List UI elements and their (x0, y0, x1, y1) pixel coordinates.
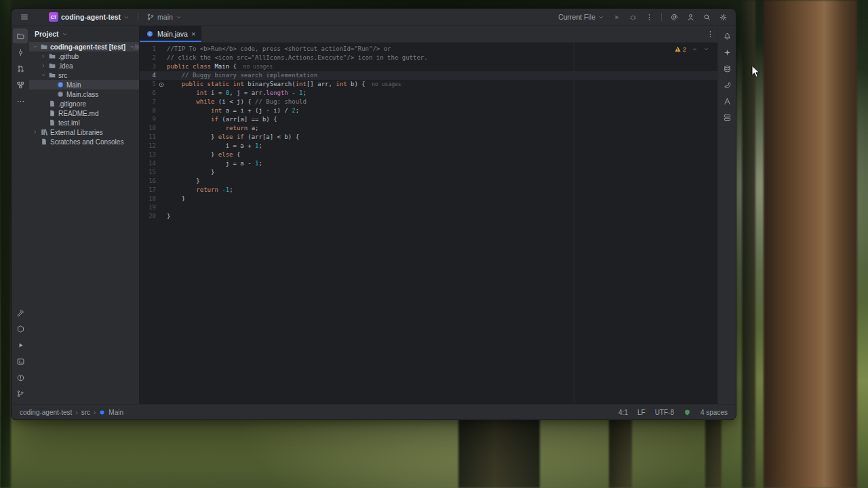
twisty-open-icon[interactable] (32, 44, 38, 49)
code-line[interactable]: 17 return -1; (140, 186, 717, 195)
ai-assistant-button[interactable] (719, 45, 734, 60)
line-number[interactable]: 14 (140, 159, 156, 168)
build-button[interactable] (13, 305, 28, 320)
twisty-closed-icon[interactable] (40, 54, 46, 59)
tree-item-github[interactable]: .github (29, 52, 139, 61)
run-configuration-widget[interactable]: Current File (555, 10, 608, 24)
breadcrumb-item-src[interactable]: src (81, 409, 90, 416)
line-number[interactable]: 1 (140, 45, 156, 54)
line-number[interactable]: 7 (140, 98, 156, 106)
code-line[interactable]: 13 } else { (140, 150, 717, 159)
code-line[interactable]: 8 int a = i + (j - i) / 2; (140, 106, 717, 115)
line-number[interactable]: 4 (140, 71, 156, 80)
project-button[interactable] (13, 28, 28, 43)
code-editor[interactable]: 2 1//TIP To <b>Run</b> code, press <shor… (140, 43, 717, 404)
tree-item-main-class[interactable]: CMain.class (29, 89, 139, 99)
tree-item-coding-agent-test-test[interactable]: coding-agent-test [test]~/repos (29, 42, 139, 52)
pull-requests-button[interactable] (13, 61, 28, 76)
line-number[interactable]: 9 (140, 115, 156, 124)
maven-button[interactable] (719, 94, 734, 108)
line-number[interactable]: 6 (140, 89, 156, 98)
tree-item-main[interactable]: CMain (29, 80, 139, 89)
commit-button[interactable] (13, 45, 28, 60)
line-separator-widget[interactable]: LF (637, 409, 646, 416)
settings-button[interactable] (715, 9, 730, 24)
database-button[interactable] (719, 61, 734, 76)
tree-item-scratches-and-consoles[interactable]: Scratches and Consoles (29, 137, 139, 146)
caret-position-widget[interactable]: 4:1 (618, 409, 628, 416)
debug-button[interactable] (625, 9, 640, 24)
code-line[interactable]: 19 (140, 203, 717, 212)
code-line[interactable]: 18 } (140, 195, 717, 203)
tree-item-src[interactable]: src (29, 70, 139, 80)
dependencies-button[interactable] (719, 110, 734, 125)
tab-close-icon[interactable]: × (191, 30, 195, 38)
line-number[interactable]: 11 (140, 133, 156, 142)
search-everywhere-button[interactable] (699, 9, 714, 24)
code-line[interactable]: 10 return a; (140, 124, 717, 133)
structure-button[interactable] (13, 77, 28, 92)
code-line[interactable]: 5 public static int binarySearch(int[] a… (140, 80, 717, 89)
line-number[interactable]: 19 (140, 203, 156, 212)
line-number[interactable]: 15 (140, 168, 156, 177)
tab-main-java[interactable]: C Main.java × (140, 26, 202, 42)
code-line[interactable]: 6 int i = 0, j = arr.length - 1; (140, 89, 717, 98)
line-number[interactable]: 16 (140, 177, 156, 186)
code-line[interactable]: 9 if (arr[a] == b) { (140, 115, 717, 124)
code-line[interactable]: 20} (140, 212, 717, 221)
line-number[interactable]: 18 (140, 195, 156, 203)
code-with-me-button[interactable] (683, 9, 698, 24)
breadcrumb-item-coding-agent-test[interactable]: coding-agent-test (20, 409, 72, 416)
more-actions-button[interactable] (642, 9, 656, 24)
tree-item-idea[interactable]: .idea (29, 61, 139, 70)
line-number[interactable]: 10 (140, 124, 156, 133)
code-line[interactable]: 3public class Main { no usages (140, 62, 717, 71)
line-number[interactable]: 12 (140, 142, 156, 150)
breadcrumb-item-main[interactable]: Main (108, 409, 123, 416)
main-menu-button[interactable] (17, 9, 32, 24)
tree-item-test-iml[interactable]: test.iml (29, 118, 139, 127)
line-number[interactable]: 3 (140, 62, 156, 71)
line-number[interactable]: 20 (140, 212, 156, 221)
run-tool-button[interactable] (13, 338, 28, 352)
line-number[interactable]: 8 (140, 106, 156, 115)
problems-button[interactable] (13, 370, 28, 385)
run-button[interactable] (609, 9, 624, 24)
line-number[interactable]: 2 (140, 54, 156, 62)
code-line[interactable]: 16 } (140, 177, 717, 186)
tab-options-button[interactable] (703, 26, 717, 41)
indent-style-widget[interactable]: 4 spaces (701, 409, 728, 416)
line-number[interactable]: 17 (140, 186, 156, 195)
code-line[interactable]: 4 // Buggy binary search implementation (140, 71, 717, 80)
ai-chat-button[interactable] (667, 9, 682, 24)
plugin-status-icon[interactable] (684, 409, 691, 416)
code-line[interactable]: 11 } else if (arr[a] < b) { (140, 133, 717, 142)
code-line[interactable]: 1//TIP To <b>Run</b> code, press <shortc… (140, 45, 717, 54)
tree-item-external-libraries[interactable]: External Libraries (29, 127, 139, 137)
code-line[interactable]: 15 } (140, 168, 717, 177)
code-line[interactable]: 12 i = a + 1; (140, 142, 717, 150)
twisty-open-icon[interactable] (40, 73, 46, 78)
more-tool-windows-button[interactable] (13, 94, 28, 108)
project-widget[interactable]: CT coding-agent-test (45, 10, 133, 24)
version-control-button[interactable] (13, 386, 28, 401)
notifications-button[interactable] (719, 28, 734, 43)
encoding-widget[interactable]: UTF-8 (655, 409, 674, 416)
next-problem-icon[interactable] (703, 46, 709, 52)
tree-item-readme-md[interactable]: MREADME.md (29, 108, 139, 118)
tree-item-gitignore[interactable]: .gitignore (29, 99, 139, 108)
branch-widget[interactable]: main (143, 10, 185, 24)
code-line[interactable]: 2// click the <icon src="AllIcons.Action… (140, 54, 717, 62)
project-panel-header[interactable]: Project (29, 26, 139, 42)
twisty-closed-icon[interactable] (40, 63, 46, 68)
gradle-button[interactable] (719, 77, 734, 92)
code-line[interactable]: 7 while (i < j) { // Bug: should (140, 98, 717, 106)
previous-problem-icon[interactable] (692, 46, 698, 52)
services-button[interactable] (13, 321, 28, 336)
line-number[interactable]: 13 (140, 150, 156, 159)
terminal-button[interactable] (13, 354, 28, 369)
line-number[interactable]: 5 (140, 80, 156, 89)
twisty-closed-icon[interactable] (32, 129, 38, 135)
code-line[interactable]: 14 j = a - 1; (140, 159, 717, 168)
warnings-indicator[interactable]: 2 (674, 45, 686, 53)
